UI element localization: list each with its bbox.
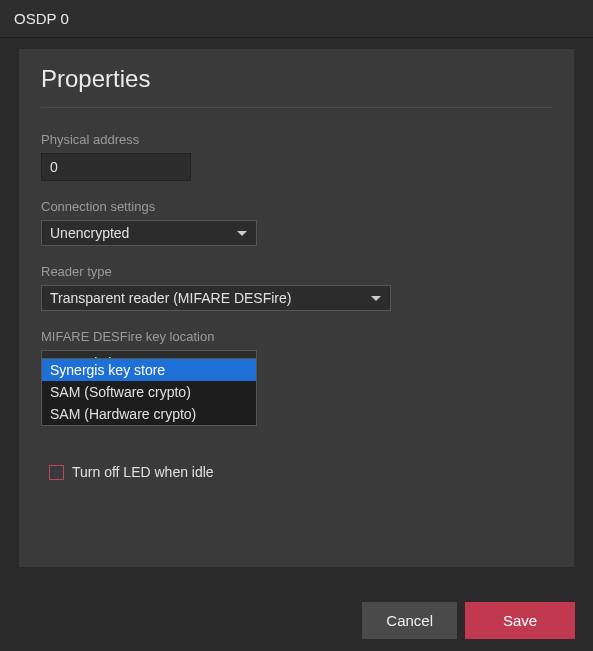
field-physical-address: Physical address bbox=[41, 132, 552, 181]
key-location-option[interactable]: Synergis key store bbox=[42, 359, 256, 381]
key-location-option[interactable]: SAM (Software crypto) bbox=[42, 381, 256, 403]
key-location-label: MIFARE DESFire key location bbox=[41, 329, 552, 344]
turn-off-led-label: Turn off LED when idle bbox=[72, 464, 214, 480]
connection-settings-select[interactable]: Unencrypted bbox=[41, 220, 257, 246]
reader-type-select[interactable]: Transparent reader (MIFARE DESFire) bbox=[41, 285, 391, 311]
properties-panel: Properties Physical address Connection s… bbox=[18, 48, 575, 568]
window-title: OSDP 0 bbox=[0, 0, 593, 38]
key-location-dropdown[interactable]: Synergis key storeSAM (Software crypto)S… bbox=[41, 358, 257, 426]
physical-address-input[interactable] bbox=[41, 153, 191, 181]
footer-buttons: Cancel Save bbox=[362, 602, 575, 639]
reader-type-label: Reader type bbox=[41, 264, 552, 279]
physical-address-label: Physical address bbox=[41, 132, 552, 147]
save-button[interactable]: Save bbox=[465, 602, 575, 639]
field-reader-type: Reader type Transparent reader (MIFARE D… bbox=[41, 264, 552, 311]
cancel-button[interactable]: Cancel bbox=[362, 602, 457, 639]
content-area: Properties Physical address Connection s… bbox=[0, 38, 593, 586]
field-key-location: MIFARE DESFire key location Synergis key… bbox=[41, 329, 552, 446]
connection-settings-label: Connection settings bbox=[41, 199, 552, 214]
turn-off-led-checkbox[interactable] bbox=[49, 465, 64, 480]
field-connection-settings: Connection settings Unencrypted bbox=[41, 199, 552, 246]
panel-title: Properties bbox=[41, 65, 552, 108]
turn-off-led-row: Turn off LED when idle bbox=[49, 464, 552, 480]
key-location-option[interactable]: SAM (Hardware crypto) bbox=[42, 403, 256, 425]
